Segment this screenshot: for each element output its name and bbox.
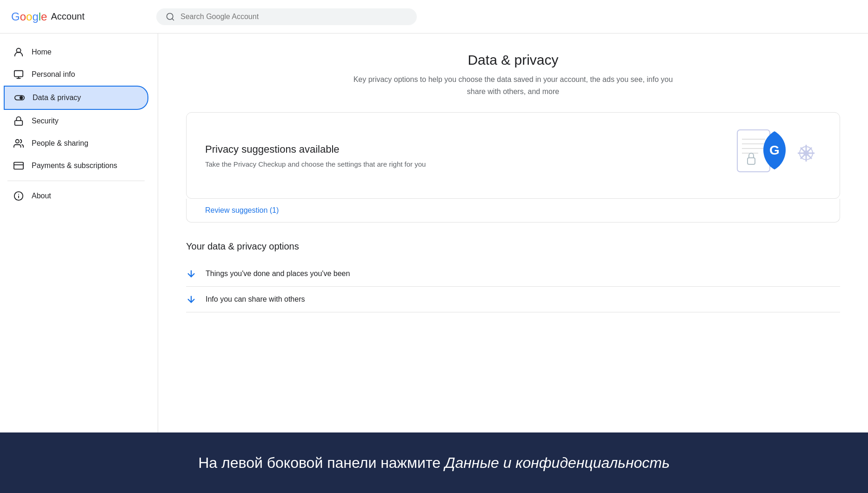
- search-bar: [156, 8, 417, 25]
- search-icon: [166, 12, 175, 21]
- sidebar-item-home-label: Home: [32, 48, 52, 56]
- person-icon: [13, 69, 24, 80]
- review-suggestion-link[interactable]: Review suggestion (1): [205, 206, 279, 214]
- info-icon: [13, 190, 24, 202]
- sidebar-item-payments[interactable]: Payments & subscriptions: [4, 155, 148, 177]
- g-red2: e: [41, 10, 47, 23]
- sidebar-item-data-privacy-label: Data & privacy: [33, 94, 81, 102]
- people-icon: [13, 138, 24, 149]
- down-arrow-icon-history: [186, 269, 196, 279]
- data-option-sharing[interactable]: Info you can share with others: [186, 287, 840, 312]
- g-blue: G: [11, 10, 20, 23]
- account-text: Account: [51, 11, 84, 22]
- toggle-icon: [14, 92, 25, 103]
- data-options-section-title: Your data & privacy options: [186, 241, 840, 252]
- sidebar-item-security[interactable]: Security: [4, 110, 148, 132]
- sidebar-item-people-sharing[interactable]: People & sharing: [4, 132, 148, 155]
- page-subtitle: Key privacy options to help you choose t…: [350, 74, 676, 97]
- google-account-logo[interactable]: Google Account: [11, 10, 141, 23]
- sidebar-item-about[interactable]: About: [4, 185, 148, 207]
- main-layout: Home Personal info Data & privacy: [0, 34, 868, 456]
- home-icon: [13, 47, 24, 58]
- review-section: Review suggestion (1): [186, 199, 840, 223]
- down-arrow-icon-sharing: [186, 294, 196, 304]
- sidebar-item-about-label: About: [32, 192, 51, 200]
- search-input[interactable]: [180, 13, 407, 21]
- privacy-suggestions-card: Privacy suggestions available Take the P…: [186, 112, 840, 199]
- svg-rect-10: [14, 162, 23, 169]
- sidebar-item-data-privacy[interactable]: Data & privacy: [4, 86, 148, 110]
- nav-divider: [7, 181, 145, 181]
- svg-rect-20: [748, 158, 755, 164]
- bottom-banner: На левой боковой панели нажмите Данные и…: [0, 432, 868, 493]
- svg-rect-8: [15, 121, 23, 125]
- banner-text: На левой боковой панели нажмите Данные и…: [198, 452, 670, 473]
- privacy-card-subtitle: Take the Privacy Checkup and choose the …: [205, 160, 713, 168]
- g-yellow: o: [26, 10, 32, 23]
- svg-line-1: [172, 18, 174, 20]
- data-option-history-label: Things you've done and places you've bee…: [206, 270, 350, 278]
- sidebar-item-home[interactable]: Home: [4, 41, 148, 63]
- google-wordmark: Google: [11, 10, 47, 23]
- sidebar-item-personal-info-label: Personal info: [32, 70, 75, 79]
- sidebar: Home Personal info Data & privacy: [0, 34, 158, 456]
- sidebar-item-personal-info[interactable]: Personal info: [4, 63, 148, 86]
- sidebar-item-security-label: Security: [32, 117, 59, 125]
- svg-point-7: [20, 96, 23, 99]
- banner-text-italic: Данные и конфиденциальность: [445, 454, 670, 471]
- banner-text-before: На левой боковой панели нажмите: [198, 454, 445, 471]
- card-icon: [13, 160, 24, 171]
- privacy-card-illustration: G: [728, 128, 821, 183]
- page-title: Data & privacy: [186, 52, 840, 68]
- svg-rect-3: [14, 71, 23, 77]
- data-option-history[interactable]: Things you've done and places you've bee…: [186, 261, 840, 287]
- data-option-sharing-label: Info you can share with others: [206, 295, 305, 304]
- privacy-card-content: Privacy suggestions available Take the P…: [205, 143, 713, 168]
- lock-icon: [13, 115, 24, 127]
- sidebar-item-payments-label: Payments & subscriptions: [32, 162, 117, 170]
- svg-text:G: G: [769, 143, 780, 157]
- g-red: o: [20, 10, 26, 23]
- main-content: Data & privacy Key privacy options to he…: [158, 34, 868, 456]
- sidebar-item-people-sharing-label: People & sharing: [32, 139, 88, 148]
- header: Google Account: [0, 0, 868, 34]
- svg-point-9: [16, 140, 19, 143]
- privacy-card-title: Privacy suggestions available: [205, 143, 713, 155]
- g-blue2: g: [32, 10, 38, 23]
